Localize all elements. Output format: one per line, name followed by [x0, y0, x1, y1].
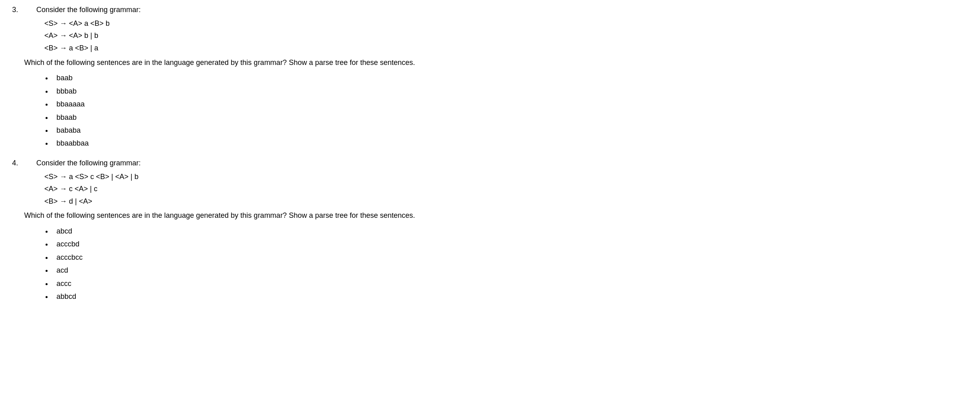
question-3-which: Which of the following sentences are in …: [24, 57, 968, 69]
question-3-rule-1: <S> → <A> a <B> b: [44, 17, 968, 30]
list-item: acd: [52, 264, 968, 277]
question-3-title: Consider the following grammar:: [36, 4, 141, 16]
list-item: bbbab: [52, 85, 968, 98]
page-content: 3. Consider the following grammar: <S> →…: [12, 4, 968, 303]
question-3-header: 3. Consider the following grammar:: [12, 4, 968, 16]
list-item: acccbcc: [52, 251, 968, 264]
list-item: bbaaaaa: [52, 98, 968, 111]
list-item: acccbd: [52, 238, 968, 250]
question-4-title: Consider the following grammar:: [36, 157, 141, 169]
question-4-sentences: abcd acccbd acccbcc acd accc abbcd: [52, 225, 968, 303]
question-3-number: 3.: [12, 4, 28, 16]
question-4-header: 4. Consider the following grammar:: [12, 157, 968, 169]
question-4: 4. Consider the following grammar: <S> →…: [12, 157, 968, 303]
question-4-rules: <S> → a <S> c <B> | <A> | b <A> → c <A> …: [44, 171, 968, 208]
question-4-rule-2: <A> → c <A> | c: [44, 183, 968, 195]
list-item: abbcd: [52, 290, 968, 303]
list-item: bbaabbaa: [52, 137, 968, 150]
question-3-rule-2: <A> → <A> b | b: [44, 29, 968, 42]
list-item: accc: [52, 277, 968, 290]
question-4-rule-3: <B> → d | <A>: [44, 195, 968, 208]
list-item: bbaab: [52, 111, 968, 124]
list-item: bababa: [52, 124, 968, 137]
list-item: abcd: [52, 225, 968, 238]
question-3: 3. Consider the following grammar: <S> →…: [12, 4, 968, 150]
list-item: baab: [52, 71, 968, 84]
question-3-sentences: baab bbbab bbaaaaa bbaab bababa bbaabbaa: [52, 71, 968, 150]
question-4-number: 4.: [12, 157, 28, 169]
question-4-which: Which of the following sentences are in …: [24, 210, 968, 221]
question-3-rule-3: <B> → a <B> | a: [44, 42, 968, 54]
question-4-rule-1: <S> → a <S> c <B> | <A> | b: [44, 171, 968, 183]
question-3-rules: <S> → <A> a <B> b <A> → <A> b | b <B> → …: [44, 17, 968, 54]
